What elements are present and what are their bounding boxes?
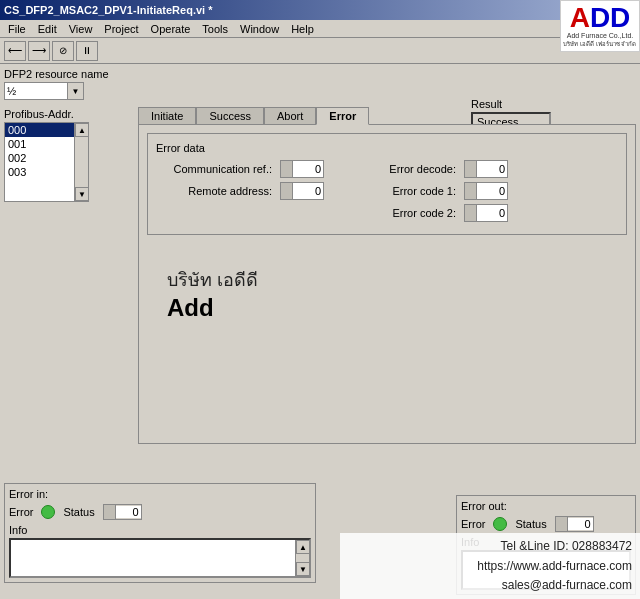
- profibus-item-002[interactable]: 002: [5, 151, 74, 165]
- error-in-panel: Error in: Error Status 0 Info ▲ ▼: [0, 479, 320, 599]
- error-out-status-input: 0: [555, 516, 594, 532]
- error-code1-row: Error code 1:: [340, 182, 508, 200]
- error-decode-label: Error decode:: [340, 163, 460, 175]
- remote-addr-led: [281, 183, 293, 199]
- error-code2-led: [465, 205, 477, 221]
- menu-view[interactable]: View: [63, 22, 99, 36]
- error-in-error-label: Error: [9, 506, 33, 518]
- menu-operate[interactable]: Operate: [145, 22, 197, 36]
- error-data-box: Error data Communication ref.:: [147, 133, 627, 235]
- error-out-error-label: Error: [461, 518, 485, 530]
- error-out-led: [493, 517, 507, 531]
- menu-edit[interactable]: Edit: [32, 22, 63, 36]
- error-code2-input[interactable]: [477, 205, 507, 221]
- error-code1-label: Error code 1:: [340, 185, 460, 197]
- error-in-status-row: Error Status 0: [9, 504, 311, 520]
- error-in-info-content: ▲ ▼: [9, 538, 311, 578]
- tab-content-error: Error data Communication ref.:: [138, 124, 636, 444]
- scroll-down-button[interactable]: ▼: [75, 187, 89, 201]
- remote-addr-row: Remote address:: [156, 182, 324, 200]
- error-in-title: Error in:: [9, 488, 311, 500]
- error-in-info-label: Info: [9, 524, 311, 536]
- tab-error[interactable]: Error: [316, 107, 369, 125]
- menu-help[interactable]: Help: [285, 22, 320, 36]
- error-in-info-box: Info ▲ ▼: [9, 524, 311, 578]
- brand-thai: บริษัท เอดีดี: [167, 265, 627, 294]
- menu-file[interactable]: File: [2, 22, 32, 36]
- remote-addr-input[interactable]: [293, 183, 323, 199]
- error-in-led: [41, 505, 55, 519]
- error-out-status-row: Error Status 0: [461, 516, 631, 532]
- error-in-status-value: 0: [116, 506, 141, 518]
- error-out-status-led: [556, 517, 568, 531]
- error-code1-led: [465, 183, 477, 199]
- comm-ref-input-group: [280, 160, 324, 178]
- error-in-status-input: 0: [103, 504, 142, 520]
- profibus-item-000[interactable]: 000: [5, 123, 74, 137]
- comm-ref-led: [281, 161, 293, 177]
- remote-addr-input-group: [280, 182, 324, 200]
- menu-bar: File Edit View Project Operate Tools Win…: [0, 20, 640, 38]
- error-code1-input[interactable]: [477, 183, 507, 199]
- comm-ref-input[interactable]: [293, 161, 323, 177]
- toolbar-pause-button[interactable]: ⏸: [76, 41, 98, 61]
- profibus-item-003[interactable]: 003: [5, 165, 74, 179]
- scroll-track: [75, 137, 88, 187]
- info-scroll-down[interactable]: ▼: [296, 562, 310, 576]
- remote-addr-label: Remote address:: [156, 185, 276, 197]
- error-decode-input-group: [464, 160, 508, 178]
- profibus-list: 000 001 002 003: [5, 123, 74, 201]
- profibus-scrollbar: ▲ ▼: [74, 123, 88, 201]
- menu-project[interactable]: Project: [98, 22, 144, 36]
- error-out-title: Error out:: [461, 500, 631, 512]
- menu-window[interactable]: Window: [234, 22, 285, 36]
- toolbar-stop-button[interactable]: ⊘: [52, 41, 74, 61]
- dropdown-arrow-icon[interactable]: ▼: [67, 83, 83, 99]
- toolbar-forward-button[interactable]: ⟶: [28, 41, 50, 61]
- tab-initiate[interactable]: Initiate: [138, 107, 196, 125]
- error-data-title: Error data: [156, 142, 618, 154]
- error-decode-led: [465, 161, 477, 177]
- error-left-col: Communication ref.: Remote address:: [156, 160, 324, 226]
- contact-line1: Tel &Line ID: 028883472: [348, 537, 632, 556]
- scroll-up-button[interactable]: ▲: [75, 123, 89, 137]
- info-scroll-up[interactable]: ▲: [296, 540, 310, 554]
- left-panel: DFP2 resource name ½ ▼ Profibus-Addr. 00…: [4, 68, 134, 444]
- contact-line3: sales@add-furnace.com: [348, 576, 632, 595]
- error-right-col: Error decode: Error code 1:: [340, 160, 508, 226]
- logo-dd: DD: [590, 2, 630, 33]
- error-decode-input[interactable]: [477, 161, 507, 177]
- menu-tools[interactable]: Tools: [196, 22, 234, 36]
- contact-line2: https://www.add-furnace.com: [348, 557, 632, 576]
- error-code1-input-group: [464, 182, 508, 200]
- comm-ref-row: Communication ref.:: [156, 160, 324, 178]
- toolbar: ⟵ ⟶ ⊘ ⏸: [0, 38, 640, 64]
- add-logo: ADD Add Furnace Co.,Ltd. บริษัท เอดีดี เ…: [560, 0, 640, 52]
- comm-ref-label: Communication ref.:: [156, 163, 276, 175]
- profibus-label: Profibus-Addr.: [4, 108, 134, 120]
- logo-thai: บริษัท เอดีดี เฟอร์นาซ จำกัด: [563, 39, 636, 49]
- title-bar: CS_DFP2_MSAC2_DPV1-InitiateReq.vi * _ □ …: [0, 0, 640, 20]
- error-in-scrollbar: ▲ ▼: [295, 540, 309, 576]
- resource-name-dropdown[interactable]: ½ ▼: [4, 82, 84, 100]
- logo-a: A: [570, 2, 590, 33]
- info-scroll-track: [296, 554, 309, 562]
- error-code2-row: Error code 2:: [340, 204, 508, 222]
- tab-success[interactable]: Success: [196, 107, 264, 125]
- profibus-group: Profibus-Addr. 000 001 002 003 ▲ ▼: [4, 108, 134, 202]
- window-title: CS_DFP2_MSAC2_DPV1-InitiateReq.vi *: [4, 4, 212, 16]
- resource-name-value: ½: [5, 85, 67, 97]
- add-logo-text: ADD: [570, 4, 631, 32]
- result-label: Result: [471, 98, 551, 110]
- error-in-status-label: Status: [63, 506, 94, 518]
- profibus-item-001[interactable]: 001: [5, 137, 74, 151]
- tab-abort[interactable]: Abort: [264, 107, 316, 125]
- resource-name-group: DFP2 resource name ½ ▼: [4, 68, 134, 100]
- error-out-status-label: Status: [515, 518, 546, 530]
- tabs-container: Initiate Success Abort Error Error data …: [138, 106, 636, 444]
- error-in-status-led: [104, 505, 116, 519]
- tab-row: Initiate Success Abort Error: [138, 106, 636, 124]
- resource-name-label: DFP2 resource name: [4, 68, 134, 80]
- main-content: DFP2 resource name ½ ▼ Profibus-Addr. 00…: [0, 64, 640, 448]
- toolbar-back-button[interactable]: ⟵: [4, 41, 26, 61]
